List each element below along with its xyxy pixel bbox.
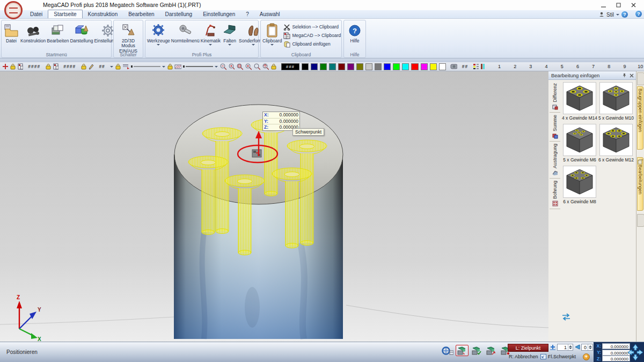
list-item[interactable]: 6 x Gewinde M12 — [598, 124, 634, 162]
close-icon[interactable] — [628, 72, 635, 79]
menu-tab-startseite[interactable]: Startseite — [48, 10, 82, 18]
falten-button[interactable]: Falten — [221, 21, 238, 47]
view-number-button[interactable]: 2 — [511, 64, 519, 69]
darstellung-button[interactable]: Darstellung — [69, 21, 93, 45]
menu-tab-bearbeiten[interactable]: Bearbeiten — [123, 10, 159, 18]
view-arrow-button[interactable] — [485, 345, 497, 356]
snap-mode-icon[interactable] — [540, 354, 546, 360]
lock-icon[interactable] — [270, 63, 276, 70]
view-number-button[interactable]: 10 — [636, 64, 644, 69]
list-item[interactable]: 4 x Gewinde M14 — [561, 82, 598, 121]
zoom-in-icon[interactable] — [228, 63, 235, 70]
tab-bohrung[interactable]: Bohrung — [550, 179, 560, 209]
view-check-button[interactable] — [470, 345, 483, 356]
konstruktion-button[interactable]: Konstruktion — [20, 21, 46, 45]
page-edit-icon[interactable] — [17, 63, 23, 70]
color-swatch[interactable] — [320, 63, 327, 70]
lock-icon[interactable] — [167, 63, 173, 70]
snap-point-icon[interactable]: + — [583, 353, 590, 360]
menu-tab-auswahl[interactable]: Auswahl — [254, 10, 286, 18]
clipboard-button[interactable]: Clipboard — [262, 21, 282, 47]
view-number-button[interactable]: 8 — [605, 64, 613, 69]
lock-icon[interactable] — [115, 63, 121, 70]
color-swatch[interactable] — [384, 63, 391, 70]
bearbeiten-button[interactable]: Bearbeiten — [46, 21, 69, 45]
list-item[interactable]: 5 x Gewinde M6 — [561, 124, 598, 162]
color-swatch[interactable] — [347, 63, 354, 70]
color-swatch[interactable] — [302, 63, 309, 70]
material-field[interactable]: ## — [462, 64, 468, 69]
lock-icon[interactable] — [80, 63, 86, 70]
close-button[interactable] — [630, 2, 638, 9]
hatch-icon[interactable] — [174, 63, 181, 70]
line-sample[interactable] — [131, 63, 160, 70]
menu-tab-konstruktion[interactable]: Konstruktion — [83, 10, 123, 18]
layer-list-icon[interactable] — [550, 344, 556, 351]
menu-tab-datei[interactable]: Datei — [25, 10, 48, 18]
style-selector[interactable]: Stil ? — [599, 11, 628, 18]
z-coordinate-field[interactable]: 0.000000 — [602, 356, 630, 361]
linewidth-sample[interactable] — [183, 63, 213, 70]
selektion-clipboard-button[interactable]: Selektion --> Clipboard — [283, 23, 341, 31]
color-swatch[interactable] — [439, 63, 446, 70]
color-swatch[interactable] — [402, 63, 409, 70]
view-number-button[interactable]: 3 — [527, 64, 535, 69]
color-swatch[interactable] — [356, 63, 363, 70]
menu-tab-darstellung[interactable]: Darstellung — [160, 10, 198, 18]
tab-differenz[interactable]: Differenz — [550, 81, 560, 113]
dock-tab-bearbeitungen[interactable]: Bearbeitungen — [637, 157, 643, 211]
pin-icon[interactable] — [621, 72, 628, 79]
pen-field[interactable]: ## — [99, 64, 105, 69]
chevron-down-icon[interactable] — [215, 66, 218, 68]
normteilmenu-button[interactable]: Normteilmenü — [171, 21, 200, 45]
zoom-out-icon[interactable] — [219, 63, 226, 70]
add-icon[interactable] — [2, 63, 8, 70]
chevron-down-icon[interactable] — [162, 66, 165, 68]
werkzeuge-button[interactable]: Werkzeuge — [147, 21, 171, 47]
zoom-minus-icon[interactable] — [253, 63, 260, 70]
x-coordinate-field[interactable]: 0.000000 — [602, 343, 630, 349]
layer-spinner[interactable]: 1 — [557, 344, 573, 351]
color-swatch[interactable] — [393, 63, 400, 70]
view-number-button[interactable]: 9 — [621, 64, 628, 69]
texture-icon[interactable] — [480, 63, 485, 70]
chevron-down-icon[interactable] — [110, 66, 113, 68]
pencil-icon[interactable] — [88, 63, 94, 70]
layer-field[interactable]: #### — [63, 64, 76, 69]
material-icon[interactable] — [450, 63, 457, 70]
menu-tab-hilfe[interactable]: ? — [240, 10, 254, 18]
help-icon[interactable]: ? — [621, 11, 628, 18]
color-swatch[interactable] — [365, 63, 372, 70]
dock-tab-baugruppen[interactable]: Baugruppen einfügen — [637, 86, 643, 150]
tab-austragung[interactable]: Austragung — [550, 142, 560, 179]
color-swatch[interactable] — [338, 63, 345, 70]
lock-icon[interactable] — [10, 63, 16, 70]
view-number-button[interactable]: 5 — [558, 64, 566, 69]
group-field[interactable]: #### — [28, 64, 40, 69]
color-swatch[interactable] — [430, 63, 437, 70]
help-icon-corner[interactable]: ? — [635, 11, 642, 17]
zoom-all-icon[interactable] — [262, 63, 269, 70]
view-number-button[interactable]: 1 — [495, 64, 503, 69]
kinematik-button[interactable]: Kinematik — [200, 21, 221, 47]
color-swatch[interactable] — [311, 63, 318, 70]
zoom-window-icon[interactable] — [236, 63, 243, 70]
view-number-button[interactable]: 4 — [543, 64, 550, 69]
restore-button[interactable] — [615, 2, 623, 9]
lock-icon[interactable] — [45, 63, 51, 70]
view-save-button[interactable] — [456, 345, 469, 356]
menu-tab-einstellungen[interactable]: Einstellungen — [197, 10, 240, 18]
y-coordinate-field[interactable]: 0.000000 — [602, 350, 630, 356]
current-color-swatch[interactable]: ### — [281, 63, 299, 70]
color-swatch[interactable] — [421, 63, 428, 70]
zoom-previous-icon[interactable] — [245, 63, 252, 70]
clipboard-einfuegen-button[interactable]: Clipboard einfügen — [283, 40, 341, 48]
list-item[interactable]: 5 x Gewinde M10 — [598, 82, 634, 121]
angle-spinner[interactable]: 0 — [581, 344, 593, 351]
color-list-icon[interactable] — [473, 63, 479, 70]
swap-arrows-button[interactable] — [561, 313, 571, 321]
datei-button[interactable]: Datei — [3, 21, 20, 45]
minimize-button[interactable] — [600, 2, 608, 9]
nudge-arrows[interactable] — [627, 344, 643, 362]
color-swatch[interactable] — [411, 63, 418, 70]
